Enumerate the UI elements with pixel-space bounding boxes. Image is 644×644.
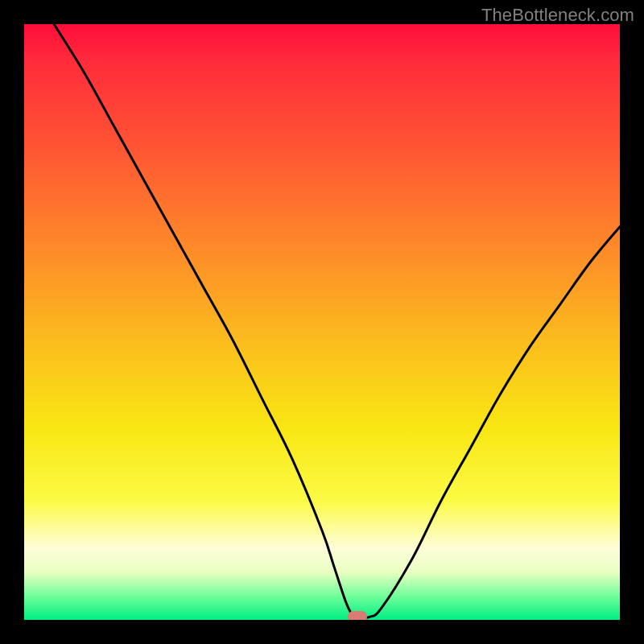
- plot-area: [24, 24, 620, 620]
- watermark-text: TheBottleneck.com: [481, 5, 634, 26]
- optimal-point-marker: [348, 611, 367, 620]
- bottleneck-curve: [24, 24, 620, 620]
- chart-frame: TheBottleneck.com: [0, 0, 644, 644]
- curve-path: [54, 24, 620, 617]
